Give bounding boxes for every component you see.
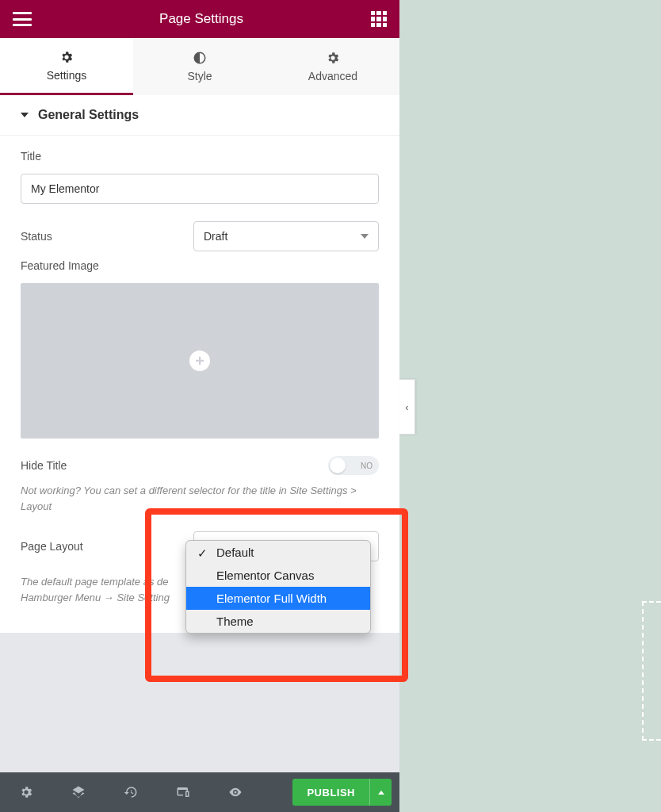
- drop-area-edge: [642, 601, 661, 741]
- hide-title-label: Hide Title: [21, 459, 67, 472]
- panel-header: Page Settings: [0, 0, 399, 38]
- tab-label: Settings: [47, 69, 87, 82]
- footer-toolbar: PUBLISH: [0, 772, 399, 812]
- publish-options-button[interactable]: [369, 779, 392, 806]
- collapse-panel-button[interactable]: ‹: [399, 379, 415, 435]
- responsive-button[interactable]: [157, 772, 209, 812]
- option-default[interactable]: ✓ Default: [186, 541, 370, 564]
- devices-icon: [176, 785, 190, 799]
- preview-button[interactable]: [209, 772, 262, 812]
- tab-advanced[interactable]: Advanced: [266, 38, 399, 95]
- featured-image-upload[interactable]: +: [21, 283, 379, 439]
- chevron-down-icon: [361, 234, 369, 239]
- title-label: Title: [21, 150, 379, 163]
- title-input[interactable]: [21, 174, 379, 204]
- layers-icon: [71, 785, 86, 799]
- option-elementor-canvas[interactable]: Elementor Canvas: [186, 564, 370, 587]
- preview-area: [399, 0, 661, 812]
- panel-title: Page Settings: [159, 11, 243, 27]
- history-button[interactable]: [105, 772, 157, 812]
- tab-label: Advanced: [308, 70, 357, 82]
- status-select[interactable]: Draft: [193, 221, 379, 251]
- chevron-down-icon: [21, 113, 29, 117]
- hide-title-toggle[interactable]: NO: [328, 456, 379, 475]
- option-elementor-full-width[interactable]: Elementor Full Width: [186, 587, 370, 610]
- check-icon: ✓: [197, 546, 208, 561]
- tab-settings[interactable]: Settings: [0, 38, 133, 95]
- tab-style[interactable]: Style: [133, 38, 266, 95]
- featured-image-label: Featured Image: [21, 259, 379, 272]
- tabs: Settings Style Advanced: [0, 38, 399, 95]
- history-icon: [124, 785, 138, 799]
- apps-grid-icon[interactable]: [371, 11, 387, 27]
- status-value: Draft: [204, 230, 227, 243]
- section-title: General Settings: [38, 108, 139, 122]
- caret-up-icon: [378, 791, 384, 795]
- settings-panel: Page Settings Settings Style Advanced Ge…: [0, 0, 399, 812]
- chevron-left-icon: ‹: [405, 401, 408, 413]
- gear-icon: [59, 50, 74, 64]
- global-settings-button[interactable]: [0, 772, 52, 812]
- publish-button[interactable]: PUBLISH: [292, 779, 369, 806]
- hamburger-menu-icon[interactable]: [13, 12, 32, 26]
- page-layout-dropdown: ✓ Default Elementor Canvas Elementor Ful…: [185, 540, 371, 634]
- gear-icon: [326, 51, 340, 65]
- hide-title-hint: Not working? You can set a different sel…: [21, 483, 379, 514]
- contrast-icon: [193, 51, 207, 65]
- page-layout-label: Page Layout: [21, 540, 83, 553]
- eye-icon: [228, 785, 243, 799]
- toggle-state: NO: [361, 462, 373, 470]
- panel-empty-area: [0, 633, 399, 772]
- status-label: Status: [21, 230, 52, 243]
- option-theme[interactable]: Theme: [186, 610, 370, 633]
- plus-icon: +: [189, 350, 210, 371]
- section-general-settings[interactable]: General Settings: [0, 95, 399, 136]
- tab-label: Style: [187, 70, 212, 82]
- gear-icon: [19, 785, 33, 799]
- navigator-button[interactable]: [52, 772, 105, 812]
